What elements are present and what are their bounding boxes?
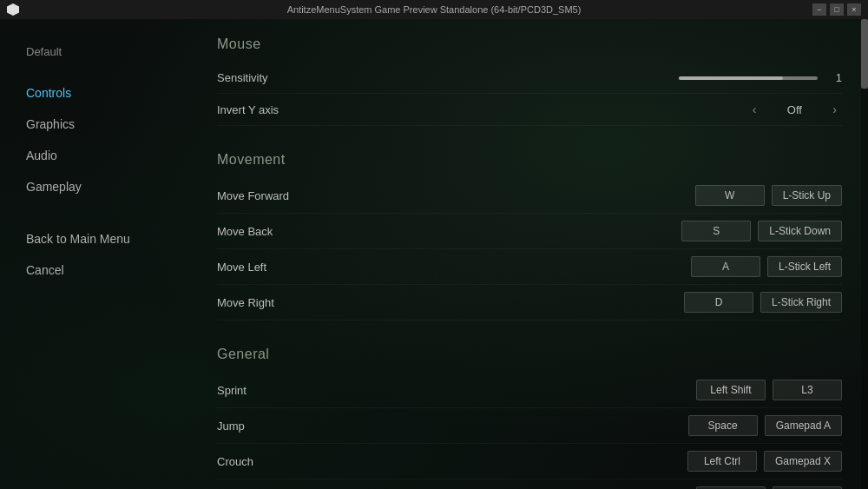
invert-y-prev-arrow[interactable]: ‹ [747,101,762,118]
jump-label: Jump [217,420,688,433]
move-left-keys: A L-Stick Left [691,256,842,277]
sidebar-item-audio[interactable]: Audio [17,142,174,169]
crouch-alt[interactable]: Gamepad X [764,451,842,472]
crouch-keys: Left Ctrl Gamepad X [687,451,842,472]
mouse-section-title: Mouse [217,36,842,52]
move-forward-key[interactable]: W [695,185,765,206]
sidebar-item-graphics[interactable]: Graphics [17,110,174,138]
general-section-title: General [217,347,842,362]
sprint-key[interactable]: Left Shift [696,380,766,400]
move-right-label: Move Right [217,296,684,309]
move-forward-label: Move Forward [217,189,695,202]
jump-keys: Space Gamepad A [688,415,842,436]
content-area: Mouse Sensitivity 1 Invert Y axis ‹ [191,19,868,489]
move-back-row: Move Back S L-Stick Down [217,214,842,249]
sensitivity-row: Sensitivity 1 [217,63,842,94]
movement-section: Movement Move Forward W L-Stick Up Move … [217,152,842,320]
general-section: General Sprint Left Shift L3 Jump Space … [217,347,842,489]
invert-y-next-arrow[interactable]: › [827,101,842,118]
prone-row: Prone C None [217,479,842,489]
scroll-track[interactable] [861,19,868,489]
content-inner: Mouse Sensitivity 1 Invert Y axis ‹ [217,36,842,489]
sprint-row: Sprint Left Shift L3 [217,373,842,408]
title-bar: AntitzeMenuSystem Game Preview Standalon… [0,0,868,19]
sidebar-item-controls[interactable]: Controls [17,79,174,107]
jump-key[interactable]: Space [688,415,758,436]
app-logo [7,3,19,16]
move-back-keys: S L-Stick Down [681,221,842,241]
move-forward-row: Move Forward W L-Stick Up [217,178,842,214]
move-back-label: Move Back [217,225,681,238]
move-left-row: Move Left A L-Stick Left [217,249,842,285]
sprint-keys: Left Shift L3 [696,380,842,400]
move-left-key[interactable]: A [691,256,760,277]
crouch-key[interactable]: Left Ctrl [687,451,757,472]
minimize-button[interactable]: − [812,3,826,16]
move-forward-keys: W L-Stick Up [695,185,842,206]
main-layout: Default Controls Graphics Audio Gameplay… [0,19,868,489]
close-button[interactable]: × [847,3,861,16]
sensitivity-slider-track[interactable] [679,76,818,80]
sprint-label: Sprint [217,384,696,397]
mouse-section: Mouse Sensitivity 1 Invert Y axis ‹ [217,36,842,126]
invert-y-row: Invert Y axis ‹ Off › [217,94,842,126]
move-right-keys: D L-Stick Right [684,292,842,313]
sidebar-default-label: Default [17,45,174,58]
invert-y-label: Invert Y axis [217,103,747,116]
cancel-button[interactable]: Cancel [17,256,174,284]
jump-alt[interactable]: Gamepad A [765,415,842,436]
move-left-alt[interactable]: L-Stick Left [767,256,842,277]
movement-section-title: Movement [217,152,842,168]
restore-button[interactable]: □ [830,3,844,16]
move-left-label: Move Left [217,261,691,274]
sensitivity-value: 1 [825,71,842,84]
scroll-thumb[interactable] [861,19,868,89]
move-right-key[interactable]: D [684,292,753,313]
sidebar: Default Controls Graphics Audio Gameplay… [0,19,191,489]
jump-row: Jump Space Gamepad A [217,408,842,444]
crouch-row: Crouch Left Ctrl Gamepad X [217,444,842,479]
crouch-label: Crouch [217,455,687,468]
move-right-alt[interactable]: L-Stick Right [760,292,842,313]
move-back-key[interactable]: S [681,221,751,241]
sprint-alt[interactable]: L3 [773,380,842,400]
invert-y-toggle: ‹ Off › [747,101,842,118]
window-title: AntitzeMenuSystem Game Preview Standalon… [287,4,582,15]
move-forward-alt[interactable]: L-Stick Up [772,185,842,206]
back-to-main-button[interactable]: Back to Main Menu [17,225,174,253]
sensitivity-slider-container[interactable]: 1 [679,71,842,84]
invert-y-value: Off [768,103,820,116]
sensitivity-label: Sensitivity [217,71,679,84]
sidebar-item-gameplay[interactable]: Gameplay [17,173,174,201]
move-back-alt[interactable]: L-Stick Down [758,221,842,241]
sensitivity-slider-fill [679,76,783,80]
move-right-row: Move Right D L-Stick Right [217,285,842,320]
window-controls: − □ × [812,3,861,16]
